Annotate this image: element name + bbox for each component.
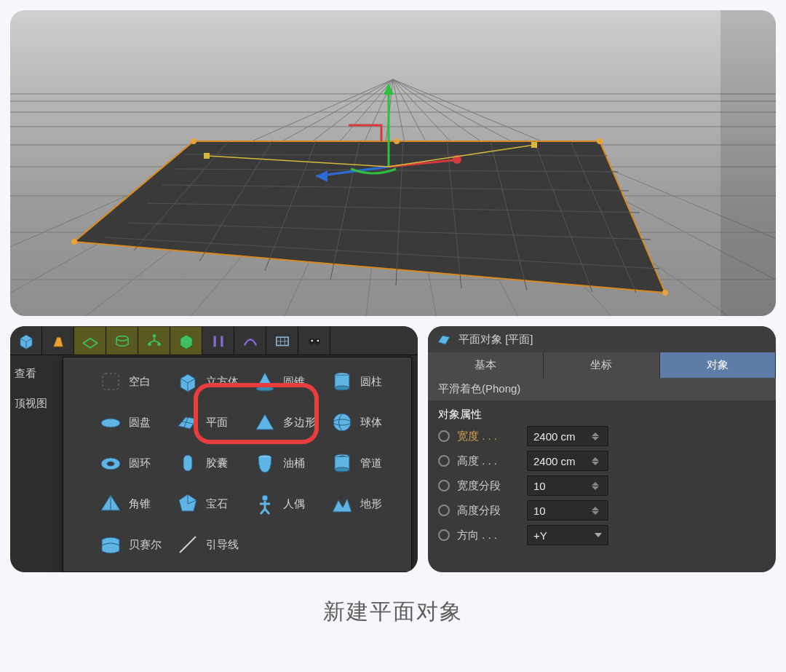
svg-point-55 bbox=[116, 336, 127, 341]
capsule-icon bbox=[175, 451, 200, 475]
primitive-plane[interactable]: 平面 bbox=[172, 403, 245, 442]
toolbar-grid-icon[interactable] bbox=[266, 327, 298, 355]
primitive-torus[interactable]: 圆环 bbox=[95, 443, 168, 483]
toolbar-cube-icon[interactable] bbox=[10, 327, 42, 355]
spinner-icon[interactable] bbox=[592, 432, 602, 440]
top-view-label[interactable]: 顶视图 bbox=[15, 397, 61, 411]
spinner-icon[interactable] bbox=[592, 482, 602, 490]
svg-point-66 bbox=[311, 339, 312, 341]
svg-line-100 bbox=[180, 537, 196, 553]
primitive-sphere[interactable]: 球体 bbox=[327, 403, 400, 442]
primitive-oiltank[interactable]: 油桶 bbox=[250, 443, 322, 483]
svg-point-40 bbox=[71, 239, 77, 245]
properties-title: 平面对象 [平面] bbox=[458, 333, 533, 347]
view-label[interactable]: 查看 bbox=[15, 367, 61, 381]
svg-rect-51 bbox=[531, 142, 537, 148]
primitive-bezier[interactable]: 贝赛尔 bbox=[95, 525, 168, 564]
primitives-menu: 空白 立方体 圆锥 圆柱 圆盘 bbox=[63, 357, 412, 572]
bezier-icon bbox=[98, 532, 123, 557]
svg-point-79 bbox=[335, 386, 349, 390]
svg-point-76 bbox=[256, 387, 274, 391]
properties-tabs: 基本 坐标 对象 bbox=[428, 352, 776, 378]
radio-icon[interactable] bbox=[438, 430, 450, 442]
primitive-figure[interactable]: 人偶 bbox=[250, 484, 322, 523]
prop-row-seg-w: 宽度分段 10 bbox=[438, 475, 766, 496]
tab-phong[interactable]: 平滑着色(Phong) bbox=[428, 378, 776, 400]
viewport-right-gutter bbox=[720, 10, 776, 316]
primitive-cylinder[interactable]: 圆柱 bbox=[327, 362, 400, 401]
svg-rect-89 bbox=[183, 455, 192, 471]
side-labels: 查看 顶视图 bbox=[10, 360, 61, 411]
svg-point-80 bbox=[101, 419, 120, 427]
viewport-3d[interactable] bbox=[10, 10, 776, 316]
primitive-cube[interactable]: 立方体 bbox=[172, 362, 245, 401]
radio-icon[interactable] bbox=[438, 455, 450, 467]
svg-rect-72 bbox=[103, 373, 119, 390]
svg-point-37 bbox=[191, 138, 196, 144]
svg-point-56 bbox=[152, 334, 156, 338]
tab-coords[interactable]: 坐标 bbox=[544, 352, 659, 378]
svg-rect-49 bbox=[204, 153, 210, 159]
caption: 新建平面对象 bbox=[10, 572, 776, 634]
primitive-cone[interactable]: 圆锥 bbox=[250, 362, 322, 401]
toolbar-arc-icon[interactable] bbox=[234, 327, 266, 355]
oiltank-icon bbox=[253, 451, 277, 475]
toolbar-pen-icon[interactable] bbox=[42, 327, 74, 355]
seg-width-input[interactable]: 10 bbox=[527, 475, 608, 496]
pyramid-icon bbox=[98, 491, 123, 516]
plane-icon bbox=[175, 410, 200, 435]
tab-basic[interactable]: 基本 bbox=[428, 352, 544, 378]
seg-height-input[interactable]: 10 bbox=[527, 500, 608, 521]
tab-object[interactable]: 对象 bbox=[660, 352, 776, 378]
toolbar-hierarchy-icon[interactable] bbox=[138, 327, 170, 355]
primitive-pyramid[interactable]: 角锥 bbox=[95, 484, 168, 523]
toolbar-eyes-icon[interactable] bbox=[298, 327, 330, 355]
sphere-icon bbox=[330, 410, 354, 435]
primitive-guide[interactable]: 引导线 bbox=[172, 525, 245, 564]
disc-icon bbox=[98, 410, 123, 435]
width-input[interactable]: 2400 cm bbox=[527, 426, 608, 446]
primitive-landscape[interactable]: 地形 bbox=[327, 484, 400, 523]
height-input[interactable]: 2400 cm bbox=[527, 451, 608, 471]
top-toolbar bbox=[10, 326, 418, 355]
svg-marker-101 bbox=[438, 336, 450, 344]
svg-marker-59 bbox=[180, 334, 191, 349]
prop-label: 高度 . . . bbox=[457, 454, 520, 468]
prop-label: 宽度 . . . bbox=[457, 430, 520, 443]
primitive-empty[interactable]: 空白 bbox=[95, 362, 168, 401]
guide-icon bbox=[175, 532, 200, 557]
toolbar-box-icon[interactable] bbox=[170, 327, 202, 355]
prop-label: 高度分段 bbox=[457, 504, 520, 518]
prop-row-orientation: 方向 . . . +Y bbox=[438, 525, 766, 545]
radio-icon[interactable] bbox=[438, 480, 450, 491]
torus-icon bbox=[98, 451, 123, 475]
primitive-disc[interactable]: 圆盘 bbox=[95, 403, 168, 442]
primitive-polygon[interactable]: 多边形 bbox=[250, 403, 322, 442]
figure-icon bbox=[253, 491, 277, 516]
platonic-icon bbox=[175, 491, 200, 516]
primitives-panel: 查看 顶视图 空白 立方体 bbox=[10, 326, 418, 572]
orientation-select[interactable]: +Y bbox=[527, 525, 608, 545]
svg-point-98 bbox=[262, 495, 268, 501]
svg-marker-84 bbox=[256, 414, 274, 430]
spinner-icon[interactable] bbox=[592, 457, 602, 465]
primitive-platonic[interactable]: 宝石 bbox=[172, 484, 245, 523]
primitive-tube[interactable]: 管道 bbox=[327, 443, 400, 483]
viewport-canvas bbox=[10, 10, 776, 316]
radio-icon[interactable] bbox=[438, 529, 450, 541]
radio-icon[interactable] bbox=[438, 505, 450, 516]
plane-header-icon bbox=[437, 332, 451, 347]
svg-point-38 bbox=[597, 138, 603, 144]
tube-icon bbox=[330, 451, 354, 475]
prop-row-seg-h: 高度分段 10 bbox=[438, 500, 766, 521]
toolbar-bracket-icon[interactable] bbox=[202, 327, 234, 355]
properties-panel: 平面对象 [平面] 基本 坐标 对象 平滑着色(Phong) 对象属性 宽度 .… bbox=[428, 326, 776, 572]
primitive-capsule[interactable]: 胶囊 bbox=[172, 443, 245, 483]
svg-point-85 bbox=[333, 414, 351, 431]
svg-point-39 bbox=[662, 290, 668, 296]
spinner-icon[interactable] bbox=[592, 507, 602, 515]
toolbar-tube-icon[interactable] bbox=[106, 327, 138, 355]
toolbar-mesh-icon[interactable] bbox=[74, 327, 106, 355]
svg-marker-99 bbox=[333, 499, 352, 512]
prop-row-height: 高度 . . . 2400 cm bbox=[438, 451, 766, 471]
